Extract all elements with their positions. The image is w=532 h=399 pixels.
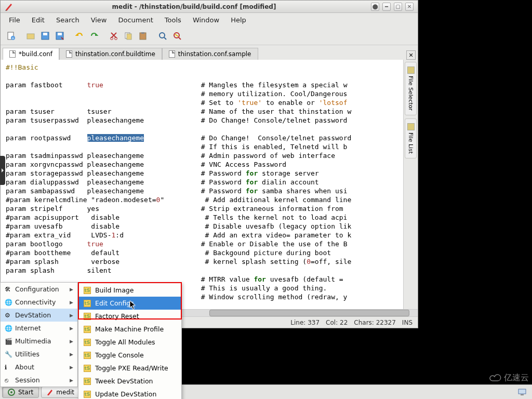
svg-point-17: [10, 391, 12, 393]
submenu-item-update-devstation[interactable]: tSUpdate DevStation: [78, 388, 181, 399]
svg-text:+: +: [11, 36, 15, 41]
start-menu-item-connectivity[interactable]: 🌐Connectivity▶: [1, 296, 77, 309]
submenu-label: Toggle All Modules: [95, 338, 155, 346]
submenu-item-toggle-all-modules[interactable]: tSToggle All Modules: [78, 336, 181, 349]
stick-button[interactable]: ⬤: [371, 3, 379, 11]
scrollbar-thumb[interactable]: [209, 310, 409, 316]
submenu-label: Make Machine Profile: [95, 325, 164, 333]
menu-file[interactable]: File: [4, 14, 25, 26]
submenu-item-make-machine-profile[interactable]: tSMake Machine Profile: [78, 323, 181, 336]
redo-button[interactable]: [88, 30, 100, 42]
find-button[interactable]: [156, 30, 169, 42]
titlebar[interactable]: medit - /thinstation/build/build.conf [m…: [1, 1, 418, 13]
folder-icon: [407, 123, 415, 130]
undo-button[interactable]: [73, 30, 86, 42]
code-editor[interactable]: #!!Basic param fastboot true # Mangles t…: [1, 60, 403, 309]
wrench-icon: 🔧: [5, 351, 12, 358]
submenu-arrow-icon: ▶: [70, 352, 73, 357]
tab-close-button[interactable]: ✕: [406, 50, 416, 60]
ts-icon: tS: [84, 326, 91, 333]
paste-button[interactable]: [137, 30, 149, 42]
svg-point-14: [159, 33, 165, 38]
start-label: Start: [18, 389, 33, 396]
menu-search[interactable]: Search: [51, 14, 85, 26]
menu-tools[interactable]: Tools: [159, 14, 187, 26]
start-menu-item-configuration[interactable]: 🛠Configuration▶: [1, 283, 77, 296]
submenu-arrow-icon: ▶: [70, 365, 73, 370]
info-icon: ℹ: [5, 364, 12, 371]
submenu-arrow-icon: ▶: [70, 300, 73, 305]
gear-icon: ⚙: [5, 312, 12, 319]
mouse-cursor: [129, 300, 137, 310]
svg-rect-3: [27, 34, 34, 39]
start-menu-item-session[interactable]: ⎋Session▶: [1, 374, 77, 387]
ts-icon: tS: [84, 339, 91, 346]
window-controls: ⬤ ━ ▢ ✕: [371, 3, 414, 11]
app-icon: [47, 389, 53, 395]
submenu-item-tweek-devstation[interactable]: tSTweek DevStation: [78, 375, 181, 388]
maximize-button[interactable]: ▢: [394, 3, 402, 11]
tools-icon: 🛠: [5, 286, 12, 293]
menu-label: Configuration: [15, 285, 59, 293]
menu-document[interactable]: Document: [113, 14, 158, 26]
ts-icon: tS: [84, 287, 91, 294]
submenu-item-build-image[interactable]: tSBuild Image: [78, 284, 181, 297]
status-col: Col: 22: [326, 319, 348, 326]
toolbar: +: [1, 26, 418, 45]
submenu-arrow-icon: ▶: [70, 313, 73, 318]
copy-button[interactable]: [122, 30, 135, 42]
exit-icon: ⎋: [5, 377, 12, 384]
status-mode: INS: [402, 319, 413, 326]
save-as-button[interactable]: [54, 30, 66, 42]
submenu-item-toggle-pxe-read/write[interactable]: tSToggle PXE Read/Write: [78, 362, 181, 375]
start-menu-item-multimedia[interactable]: 🎬Multimedia▶: [1, 335, 77, 348]
start-button[interactable]: Start: [2, 387, 39, 398]
tab-build-conf[interactable]: *build.conf: [3, 48, 59, 60]
start-menu-item-devstation[interactable]: ⚙DevStation▶: [1, 309, 77, 322]
panel-label: File Selector: [407, 76, 414, 111]
right-panel-strip: File Selector File List: [403, 60, 418, 309]
tab-sample[interactable]: thinstation.conf.sample: [162, 48, 258, 60]
file-list-panel[interactable]: File List: [405, 118, 417, 158]
globe-icon: 🌐: [5, 325, 12, 332]
menu-edit[interactable]: Edit: [26, 14, 50, 26]
ts-icon: tS: [84, 365, 91, 372]
start-menu-item-about[interactable]: ℹAbout▶: [1, 361, 77, 374]
menu-window[interactable]: Window: [188, 14, 224, 26]
find-replace-button[interactable]: [171, 30, 183, 42]
monitor-icon[interactable]: [517, 388, 527, 397]
tab-label: thinstation.conf.buildtime: [75, 50, 155, 58]
svg-rect-18: [518, 389, 526, 394]
menu-view[interactable]: View: [86, 14, 112, 26]
ts-icon: tS: [84, 300, 91, 307]
svg-rect-13: [141, 32, 144, 34]
minimize-button[interactable]: ━: [382, 3, 391, 11]
panel-label: File List: [407, 132, 414, 154]
taskbar-app-medit[interactable]: medit: [41, 387, 80, 398]
devstation-submenu: tSBuild ImagetSEdit ConfigstSFactory Res…: [78, 282, 182, 399]
close-button[interactable]: ✕: [405, 3, 414, 11]
file-icon: [66, 50, 72, 58]
menu-label: About: [15, 363, 34, 371]
medit-window: medit - /thinstation/build/build.conf [m…: [0, 0, 418, 328]
start-menu-item-utilities[interactable]: 🔧Utilities▶: [1, 348, 77, 361]
submenu-label: Edit Configs: [95, 299, 134, 307]
submenu-arrow-icon: ▶: [70, 339, 73, 344]
menu-label: Utilities: [15, 350, 39, 358]
new-file-button[interactable]: +: [5, 30, 17, 42]
menu-help[interactable]: Help: [225, 14, 251, 26]
ts-icon: tS: [84, 391, 91, 398]
file-selector-panel[interactable]: File Selector: [405, 62, 417, 115]
submenu-item-toggle-console[interactable]: tSToggle Console: [78, 349, 181, 362]
cut-button[interactable]: [108, 30, 120, 42]
menu-label: Multimedia: [15, 337, 51, 345]
menu-label: Session: [15, 376, 40, 384]
left-panel-handle[interactable]: [0, 156, 5, 185]
submenu-item-factory-reset[interactable]: tSFactory Reset: [78, 310, 181, 323]
save-button[interactable]: [39, 30, 51, 42]
start-menu-item-internet[interactable]: 🌐Internet▶: [1, 322, 77, 335]
submenu-label: Update DevStation: [95, 390, 156, 398]
svg-rect-7: [58, 33, 62, 35]
tab-buildtime[interactable]: thinstation.conf.buildtime: [59, 48, 162, 60]
open-button[interactable]: [24, 30, 37, 42]
